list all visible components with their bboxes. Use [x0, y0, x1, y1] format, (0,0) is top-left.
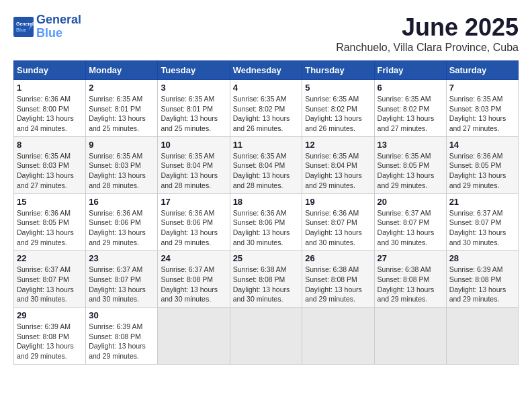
day-info: Sunrise: 6:35 AMSunset: 8:03 PMDaylight:… — [449, 95, 506, 132]
calendar-cell: 20 Sunrise: 6:37 AMSunset: 8:07 PMDaylig… — [374, 193, 446, 250]
day-number: 13 — [378, 140, 443, 150]
day-number: 25 — [233, 253, 300, 263]
calendar-cell — [158, 308, 230, 365]
day-info: Sunrise: 6:37 AMSunset: 8:07 PMDaylight:… — [449, 209, 506, 246]
day-number: 4 — [233, 83, 300, 93]
day-info: Sunrise: 6:35 AMSunset: 8:04 PMDaylight:… — [233, 152, 290, 189]
calendar-cell: 14 Sunrise: 6:36 AMSunset: 8:05 PMDaylig… — [446, 136, 518, 193]
calendar-week-row: 8 Sunrise: 6:35 AMSunset: 8:03 PMDayligh… — [14, 136, 519, 193]
calendar-cell: 9 Sunrise: 6:35 AMSunset: 8:03 PMDayligh… — [86, 136, 158, 193]
svg-text:Blue: Blue — [16, 28, 26, 32]
logo: General Blue GeneralBlue — [13, 13, 81, 40]
calendar-header-thursday: Thursday — [302, 61, 374, 80]
day-number: 11 — [233, 140, 300, 150]
header: General Blue GeneralBlue June 2025 Ranch… — [13, 13, 519, 54]
title-area: June 2025 Ranchuelo, Villa Clara Provinc… — [336, 13, 519, 54]
day-info: Sunrise: 6:35 AMSunset: 8:03 PMDaylight:… — [17, 152, 74, 189]
day-info: Sunrise: 6:35 AMSunset: 8:05 PMDaylight:… — [378, 152, 435, 189]
calendar-cell: 18 Sunrise: 6:36 AMSunset: 8:06 PMDaylig… — [230, 193, 302, 250]
day-number: 8 — [17, 140, 83, 150]
calendar-cell — [374, 308, 446, 365]
calendar-cell: 26 Sunrise: 6:38 AMSunset: 8:08 PMDaylig… — [302, 250, 374, 308]
day-info: Sunrise: 6:36 AMSunset: 8:05 PMDaylight:… — [449, 152, 506, 189]
day-number: 21 — [449, 197, 515, 207]
day-number: 19 — [305, 197, 371, 207]
calendar-cell: 30 Sunrise: 6:39 AMSunset: 8:08 PMDaylig… — [86, 308, 158, 365]
calendar-cell: 4 Sunrise: 6:35 AMSunset: 8:02 PMDayligh… — [230, 80, 302, 137]
calendar-cell: 12 Sunrise: 6:35 AMSunset: 8:04 PMDaylig… — [302, 136, 374, 193]
day-number: 12 — [305, 140, 371, 150]
day-number: 6 — [378, 83, 443, 93]
day-info: Sunrise: 6:36 AMSunset: 8:00 PMDaylight:… — [17, 95, 74, 132]
day-number: 27 — [378, 253, 443, 263]
calendar-header-saturday: Saturday — [446, 61, 518, 80]
calendar-cell: 29 Sunrise: 6:39 AMSunset: 8:08 PMDaylig… — [14, 308, 86, 365]
calendar-cell: 17 Sunrise: 6:36 AMSunset: 8:06 PMDaylig… — [158, 193, 230, 250]
main-title: June 2025 — [336, 13, 519, 42]
calendar-cell: 19 Sunrise: 6:36 AMSunset: 8:07 PMDaylig… — [302, 193, 374, 250]
calendar-header-wednesday: Wednesday — [230, 61, 302, 80]
day-info: Sunrise: 6:37 AMSunset: 8:07 PMDaylight:… — [17, 265, 74, 303]
day-info: Sunrise: 6:35 AMSunset: 8:02 PMDaylight:… — [378, 95, 435, 132]
logo-icon: General Blue — [13, 17, 34, 37]
calendar-cell: 28 Sunrise: 6:39 AMSunset: 8:08 PMDaylig… — [446, 250, 518, 308]
calendar-week-row: 22 Sunrise: 6:37 AMSunset: 8:07 PMDaylig… — [14, 250, 519, 308]
day-info: Sunrise: 6:38 AMSunset: 8:08 PMDaylight:… — [305, 265, 362, 303]
calendar-header-sunday: Sunday — [14, 61, 86, 80]
day-number: 26 — [305, 253, 371, 263]
calendar-cell: 13 Sunrise: 6:35 AMSunset: 8:05 PMDaylig… — [374, 136, 446, 193]
calendar-cell: 11 Sunrise: 6:35 AMSunset: 8:04 PMDaylig… — [230, 136, 302, 193]
day-info: Sunrise: 6:35 AMSunset: 8:01 PMDaylight:… — [89, 95, 146, 132]
day-info: Sunrise: 6:38 AMSunset: 8:08 PMDaylight:… — [378, 265, 435, 303]
day-info: Sunrise: 6:35 AMSunset: 8:04 PMDaylight:… — [161, 152, 218, 189]
day-info: Sunrise: 6:35 AMSunset: 8:04 PMDaylight:… — [305, 152, 362, 189]
day-info: Sunrise: 6:36 AMSunset: 8:07 PMDaylight:… — [305, 209, 362, 246]
day-info: Sunrise: 6:35 AMSunset: 8:01 PMDaylight:… — [161, 95, 218, 132]
calendar-cell: 25 Sunrise: 6:38 AMSunset: 8:08 PMDaylig… — [230, 250, 302, 308]
day-number: 28 — [449, 253, 515, 263]
day-info: Sunrise: 6:38 AMSunset: 8:08 PMDaylight:… — [233, 265, 290, 303]
day-number: 29 — [17, 310, 83, 320]
calendar-cell: 8 Sunrise: 6:35 AMSunset: 8:03 PMDayligh… — [14, 136, 86, 193]
day-number: 30 — [89, 310, 154, 320]
day-info: Sunrise: 6:35 AMSunset: 8:03 PMDaylight:… — [89, 152, 146, 189]
calendar-cell: 6 Sunrise: 6:35 AMSunset: 8:02 PMDayligh… — [374, 80, 446, 137]
calendar-cell — [230, 308, 302, 365]
day-number: 24 — [161, 253, 226, 263]
day-info: Sunrise: 6:39 AMSunset: 8:08 PMDaylight:… — [449, 265, 506, 303]
calendar-cell: 1 Sunrise: 6:36 AMSunset: 8:00 PMDayligh… — [14, 80, 86, 137]
calendar-cell: 27 Sunrise: 6:38 AMSunset: 8:08 PMDaylig… — [374, 250, 446, 308]
calendar-header-monday: Monday — [86, 61, 158, 80]
day-number: 3 — [161, 83, 226, 93]
calendar-cell: 3 Sunrise: 6:35 AMSunset: 8:01 PMDayligh… — [158, 80, 230, 137]
day-number: 10 — [161, 140, 226, 150]
calendar-cell: 7 Sunrise: 6:35 AMSunset: 8:03 PMDayligh… — [446, 80, 518, 137]
day-number: 22 — [17, 253, 83, 263]
day-info: Sunrise: 6:37 AMSunset: 8:07 PMDaylight:… — [89, 265, 146, 303]
calendar-week-row: 15 Sunrise: 6:36 AMSunset: 8:05 PMDaylig… — [14, 193, 519, 250]
calendar-cell: 5 Sunrise: 6:35 AMSunset: 8:02 PMDayligh… — [302, 80, 374, 137]
day-info: Sunrise: 6:39 AMSunset: 8:08 PMDaylight:… — [89, 322, 146, 360]
day-info: Sunrise: 6:35 AMSunset: 8:02 PMDaylight:… — [233, 95, 290, 132]
svg-text:General: General — [16, 21, 34, 26]
day-info: Sunrise: 6:37 AMSunset: 8:08 PMDaylight:… — [161, 265, 218, 303]
day-number: 5 — [305, 83, 371, 93]
day-number: 9 — [89, 140, 154, 150]
day-number: 2 — [89, 83, 154, 93]
day-info: Sunrise: 6:36 AMSunset: 8:06 PMDaylight:… — [161, 209, 218, 246]
day-number: 23 — [89, 253, 154, 263]
calendar-cell: 21 Sunrise: 6:37 AMSunset: 8:07 PMDaylig… — [446, 193, 518, 250]
day-info: Sunrise: 6:36 AMSunset: 8:05 PMDaylight:… — [17, 209, 74, 246]
calendar-cell — [446, 308, 518, 365]
calendar-week-row: 1 Sunrise: 6:36 AMSunset: 8:00 PMDayligh… — [14, 80, 519, 137]
calendar-header-friday: Friday — [374, 61, 446, 80]
calendar-table: SundayMondayTuesdayWednesdayThursdayFrid… — [13, 60, 519, 365]
day-info: Sunrise: 6:39 AMSunset: 8:08 PMDaylight:… — [17, 322, 74, 360]
day-number: 14 — [449, 140, 515, 150]
calendar-header-row: SundayMondayTuesdayWednesdayThursdayFrid… — [14, 61, 519, 80]
logo-text: GeneralBlue — [36, 13, 81, 40]
calendar-cell: 2 Sunrise: 6:35 AMSunset: 8:01 PMDayligh… — [86, 80, 158, 137]
subtitle: Ranchuelo, Villa Clara Province, Cuba — [336, 42, 519, 54]
day-number: 18 — [233, 197, 300, 207]
day-info: Sunrise: 6:35 AMSunset: 8:02 PMDaylight:… — [305, 95, 362, 132]
